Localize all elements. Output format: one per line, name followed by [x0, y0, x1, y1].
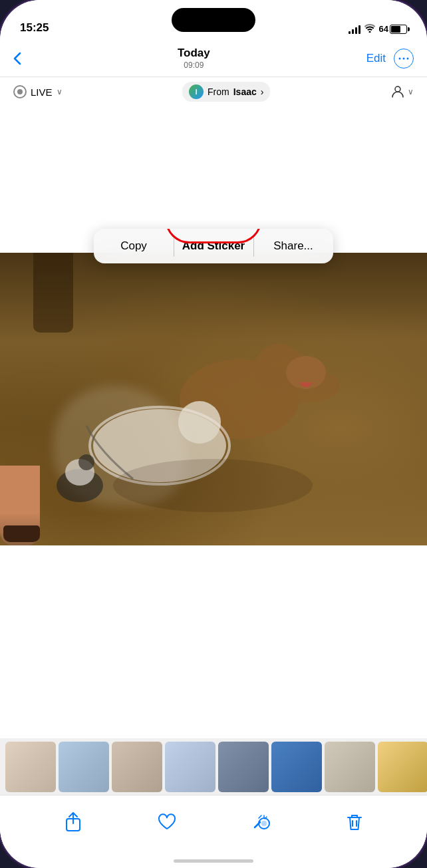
status-icons: 64: [349, 23, 407, 35]
edit-button[interactable]: Edit: [366, 52, 386, 65]
delete-button[interactable]: [347, 813, 362, 831]
wifi-icon: [364, 23, 375, 35]
bottom-toolbar: [0, 795, 427, 848]
battery-icon: 64: [379, 24, 407, 34]
context-menu: Copy Add Sticker Share...: [94, 229, 333, 263]
live-badge[interactable]: LIVE ∨: [13, 85, 63, 98]
battery-percent: 64: [379, 24, 388, 34]
dynamic-island: [172, 8, 255, 32]
thumbnail-8[interactable]: [378, 742, 427, 792]
nav-title: Today: [178, 47, 210, 60]
white-space-bottom: [0, 545, 427, 678]
from-badge[interactable]: I From Isaac ›: [182, 82, 270, 102]
nav-title-block: Today 09:09: [178, 47, 210, 69]
favorite-button[interactable]: [158, 813, 176, 831]
magic-button[interactable]: [252, 813, 271, 831]
thumbnail-7[interactable]: [325, 742, 375, 792]
thumbnail-4[interactable]: [165, 742, 215, 792]
thumbnail-5[interactable]: [218, 742, 269, 792]
live-chevron-icon: ∨: [57, 87, 63, 96]
from-chevron-icon: ›: [261, 86, 264, 97]
svg-point-1: [402, 57, 404, 59]
thumbnail-1[interactable]: [5, 742, 56, 792]
phone-screen: 15:25 64: [0, 0, 427, 868]
svg-point-3: [395, 86, 400, 92]
nav-actions: Edit: [366, 49, 414, 69]
more-button[interactable]: [394, 49, 414, 69]
back-button[interactable]: [13, 52, 21, 65]
add-sticker-button[interactable]: Add Sticker: [174, 229, 253, 263]
svg-point-18: [261, 821, 267, 826]
person-icon[interactable]: ∨: [390, 84, 414, 99]
home-indicator: [174, 859, 253, 863]
thumbnail-6[interactable]: [271, 742, 322, 792]
svg-point-2: [406, 57, 408, 59]
person-chevron-icon: ∨: [408, 87, 414, 96]
thumbnail-strip: [0, 738, 427, 795]
phone-frame: 15:25 64: [0, 0, 427, 868]
nav-subtitle: 09:09: [178, 61, 210, 70]
photo-background: [0, 253, 427, 545]
thumbnail-3[interactable]: [112, 742, 162, 792]
from-name: Isaac: [233, 86, 257, 97]
photo-container[interactable]: Copy Add Sticker Share...: [0, 253, 427, 545]
from-avatar: I: [189, 84, 204, 99]
live-label: LIVE: [31, 86, 53, 98]
live-target-icon: [13, 85, 27, 98]
svg-point-15: [113, 459, 313, 512]
nav-bar: Today 09:09 Edit: [0, 40, 427, 77]
share-button[interactable]: Share...: [253, 229, 333, 263]
from-label: From: [208, 86, 229, 97]
signal-bars-icon: [349, 25, 360, 34]
svg-point-0: [398, 57, 400, 59]
svg-point-14: [78, 454, 94, 470]
share-button[interactable]: [65, 812, 82, 832]
thumbnail-2[interactable]: [59, 742, 109, 792]
copy-button[interactable]: Copy: [94, 229, 174, 263]
sub-nav: LIVE ∨ I From Isaac › ∨: [0, 77, 427, 106]
